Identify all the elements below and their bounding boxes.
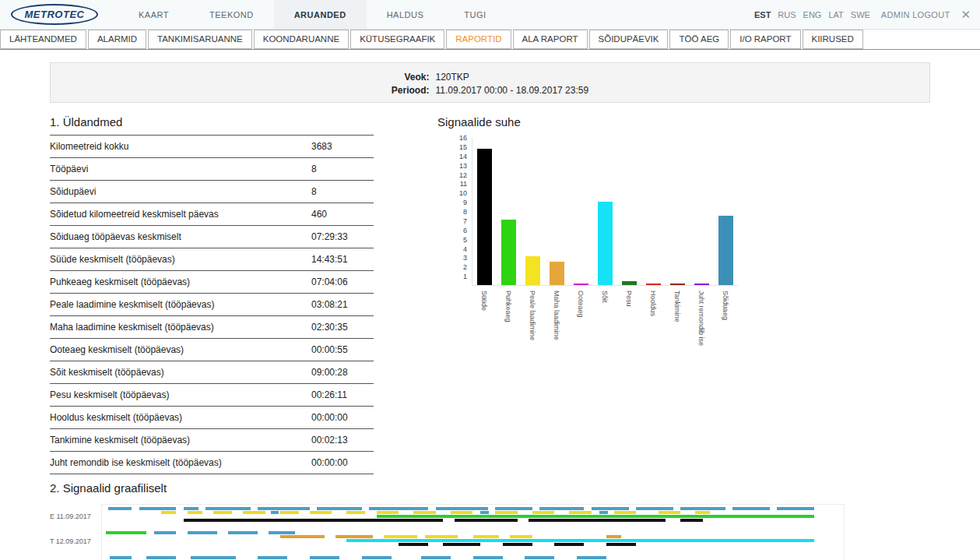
row-value: 3683 [311, 141, 374, 152]
x-label-slot: Sõiduaeg [713, 286, 737, 346]
tab-alarmid[interactable]: ALARMID [88, 30, 146, 49]
bar-s-iduaeg [718, 216, 733, 285]
timeline-segment [228, 531, 258, 534]
timeline-segment [436, 507, 488, 510]
tab-t-aeg[interactable]: TÖÖ AEG [669, 30, 729, 49]
timeline-segment [636, 507, 673, 510]
row-value: 00:00:00 [311, 457, 374, 468]
timeline-segment [269, 531, 294, 534]
timeline-row: K 13.09.2017 [50, 554, 845, 560]
vehicle-label: Veok: [392, 72, 430, 83]
bar-slot [617, 138, 641, 285]
nav-item-aruanded[interactable]: ARUANDED [274, 0, 367, 29]
nav-item-teekond[interactable]: TEEKOND [189, 0, 274, 29]
timeline-segment [377, 515, 814, 518]
bar-s-it [598, 202, 613, 285]
x-label-slot: Peale laadimine [520, 286, 544, 346]
timeline-segment [569, 511, 592, 514]
timeline-segment [258, 556, 287, 559]
top-bar: METROTEC KAARTTEEKONDARUANDEDHALDUSTUGI … [0, 0, 980, 30]
nav-item-kaart[interactable]: KAART [118, 0, 189, 29]
signals-section-title: 2. Signaalid graafiliselt [50, 481, 930, 495]
timeline-segment [695, 511, 710, 514]
timeline-segment [377, 511, 399, 514]
signal-ratio-chart: Signaalide suhe 12345678910111213141516 … [437, 103, 738, 474]
tab-kiirused[interactable]: KIIRUSED [803, 30, 863, 49]
timeline-segment [161, 511, 176, 514]
tab-i-o-raport[interactable]: I/O RAPORT [730, 30, 800, 49]
x-axis-label: Sõit [601, 291, 609, 346]
language-est[interactable]: EST [754, 10, 771, 19]
timeline-segment [188, 531, 217, 534]
bar-puhkeaeg [501, 220, 516, 285]
row-label: Sõidupäevi [50, 186, 311, 197]
x-label-slot: Juht remondib ise [689, 286, 713, 346]
tab-raportid[interactable]: RAPORTID [446, 30, 511, 49]
timeline-segment [108, 507, 132, 510]
row-value: 09:00:28 [311, 367, 374, 378]
language-lat[interactable]: LAT [828, 10, 843, 19]
timeline-segment [473, 535, 499, 538]
row-value: 00:00:55 [311, 344, 374, 355]
timeline-segment [369, 507, 428, 510]
x-label-slot: Hooldus [641, 286, 665, 346]
vehicle-value: 120TKP [436, 72, 589, 83]
nav-item-tugi[interactable]: TUGI [444, 0, 506, 29]
tab-ala-raport[interactable]: ALA RAPORT [513, 30, 588, 49]
timeline-segment [362, 556, 392, 559]
timeline-segment [495, 507, 532, 510]
timeline-segment [443, 543, 480, 546]
timeline-segment [184, 507, 198, 510]
timeline-segment [346, 539, 813, 542]
metrotec-logo[interactable]: METROTEC [11, 4, 98, 25]
y-axis-tick: 5 [463, 236, 467, 244]
table-row: Süüde keskmiselt (tööpäevas)14:43:51 [50, 248, 374, 271]
language-swe[interactable]: SWE [851, 10, 870, 19]
row-value: 02:30:35 [311, 322, 374, 333]
table-row: Puhkeaeg keskmiselt (tööpäevas)07:04:06 [50, 271, 374, 294]
tab-s-idup-evik[interactable]: SÕIDUPÄEVIK [589, 30, 669, 49]
y-axis-tick: 2 [463, 263, 467, 271]
timeline-segment [280, 511, 299, 514]
timeline-segment [205, 507, 250, 510]
timeline-segment [310, 556, 339, 559]
x-axis-label: Tankimine [673, 291, 681, 346]
y-axis-tick: 3 [463, 254, 467, 262]
nav-item-haldus[interactable]: HALDUS [367, 0, 444, 29]
timeline-segment [384, 535, 417, 538]
language-eng[interactable]: ENG [803, 10, 822, 19]
tab-tankimisaruanne[interactable]: TANKIMISARUANNE [148, 30, 252, 49]
timeline-segment [110, 556, 132, 559]
row-label: Sõit keskmiselt (tööpäevas) [50, 367, 311, 378]
x-axis-label: Sõiduaeg [722, 291, 729, 346]
timeline-segment [188, 511, 202, 514]
period-value: 11.09.2017 00:00 - 18.09.2017 23:59 [436, 85, 589, 96]
x-label-slot: Puhkeaeg [496, 286, 520, 346]
y-axis-tick: 16 [459, 134, 467, 142]
row-label: Tööpäevi [50, 164, 311, 174]
timeline-segment [680, 507, 725, 510]
timeline-segment [280, 535, 325, 538]
row-label: Hooldus keskmiselt (tööpäevas) [50, 412, 311, 423]
table-row: Sõidetud kilomeetreid keskmiselt päevas4… [50, 203, 374, 226]
timeline-segment [425, 535, 458, 538]
tab-koondaruanne[interactable]: KOONDARUANNE [254, 30, 349, 49]
row-value: 03:08:21 [311, 299, 374, 310]
timeline-segment [451, 511, 473, 514]
tab-k-tusegraafik[interactable]: KÜTUSEGRAAFIK [350, 30, 444, 49]
y-axis-tick: 12 [459, 171, 467, 179]
row-label: Juht remondib ise keskmiselt (tööpäevas) [50, 457, 311, 468]
tab-l-hteandmed[interactable]: LÄHTEANDMED [0, 30, 86, 49]
row-value: 8 [311, 164, 374, 174]
language-rus[interactable]: RUS [778, 10, 796, 19]
bar-chart-yaxis: 12345678910111213141516 [437, 138, 472, 286]
y-axis-tick: 14 [459, 153, 467, 160]
admin-logout-button[interactable]: ADMIN LOGOUT [881, 10, 950, 19]
close-icon[interactable]: ✕ [961, 8, 971, 22]
timeline-segment [310, 511, 332, 514]
signals-graph-section: 2. Signaalid graafiliselt E 11.09.2017T … [0, 481, 980, 560]
timeline-row-label: E 11.09.2017 [50, 504, 101, 529]
general-section-title: 1. Üldandmed [50, 115, 374, 129]
bar-slot [569, 138, 593, 285]
table-row: Maha laadimine keskmiselt (tööpäevas)02:… [50, 316, 374, 339]
